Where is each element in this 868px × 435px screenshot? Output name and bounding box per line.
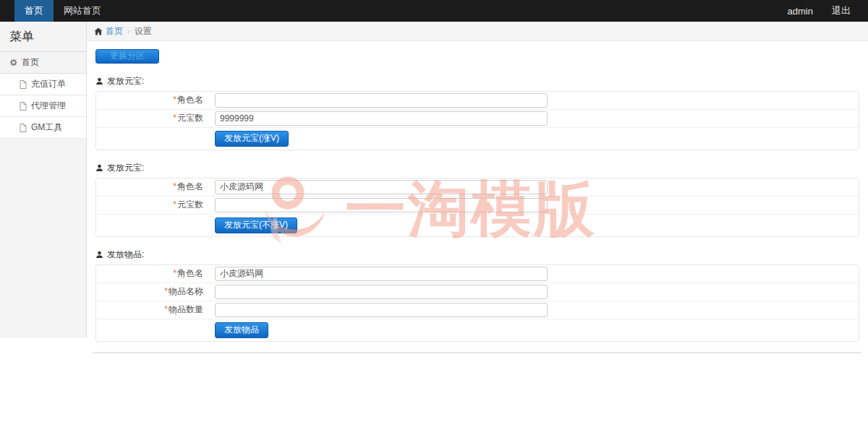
form-row: *元宝数: [96, 197, 859, 215]
section-header-grant-items: 发放物品:: [95, 249, 859, 261]
section-header-grant-yuanbao-1: 发放元宝:: [95, 75, 859, 87]
field-label: 角色名: [177, 95, 203, 105]
sidebar-item-label: 充值订单: [31, 78, 66, 90]
field-label: 物品数量: [169, 304, 203, 314]
logout-link[interactable]: 退出: [832, 4, 851, 17]
nav-spacer: [0, 0, 14, 22]
file-icon: [20, 102, 27, 111]
main-area: 首页 › 设置 更换分区 发放元宝: *角色名: [87, 22, 868, 353]
nav-username[interactable]: admin: [788, 6, 813, 17]
breadcrumb-current: 设置: [135, 25, 152, 38]
yuanbao-amount-input[interactable]: [215, 111, 548, 126]
required-marker: *: [173, 95, 176, 105]
home-icon: [94, 27, 103, 35]
sidebar-item-label: 代理管理: [31, 100, 66, 112]
breadcrumb: 首页 › 设置: [87, 22, 868, 41]
grant-yuanbao-vip-button[interactable]: 发放元宝(涨V): [215, 131, 289, 147]
required-marker: *: [164, 304, 168, 314]
sidebar: 菜单 首页 充值订单: [0, 22, 87, 337]
nav-tab-website-home[interactable]: 网站首页: [54, 0, 111, 22]
sidebar-item-home[interactable]: 首页: [0, 52, 86, 74]
gear-icon: [9, 59, 17, 66]
role-name-input[interactable]: [215, 180, 548, 194]
form-table-grant-yuanbao-2: *角色名 *元宝数 发放元宝(不涨V): [95, 178, 859, 237]
field-label: 元宝数: [177, 113, 203, 123]
form-row: *物品数量: [96, 301, 859, 319]
grant-yuanbao-novip-button[interactable]: 发放元宝(不涨V): [215, 218, 297, 233]
breadcrumb-separator: ›: [127, 27, 130, 35]
role-name-input[interactable]: [215, 93, 548, 108]
form-row: *角色名: [96, 178, 859, 197]
sidebar-title: 菜单: [0, 22, 86, 52]
required-marker: *: [173, 268, 176, 278]
bottom-divider: [93, 352, 861, 353]
form-row: 发放元宝(不涨V): [96, 215, 859, 236]
person-icon: [95, 251, 103, 259]
form-row: 发放物品: [96, 319, 859, 341]
content: 更换分区 发放元宝: *角色名 *元宝数: [87, 41, 868, 342]
required-marker: *: [173, 181, 176, 191]
breadcrumb-home-link[interactable]: 首页: [94, 25, 123, 38]
field-label: 元宝数: [177, 199, 203, 210]
required-marker: *: [164, 286, 168, 296]
sidebar-item-gm-tools[interactable]: GM工具: [0, 117, 86, 139]
form-row: *物品名称: [96, 283, 859, 301]
required-marker: *: [173, 113, 176, 123]
form-row: *角色名: [96, 265, 859, 283]
person-icon: [95, 164, 103, 172]
change-partition-button[interactable]: 更换分区: [95, 49, 159, 64]
role-name-input[interactable]: [215, 267, 548, 281]
nav-tab-home[interactable]: 首页: [14, 0, 54, 22]
field-label: 角色名: [177, 268, 203, 278]
form-row: *元宝数: [96, 110, 859, 128]
sidebar-item-recharge-orders[interactable]: 充值订单: [0, 74, 86, 95]
file-icon: [20, 124, 27, 132]
top-navbar: 首页 网站首页 admin 退出: [0, 0, 868, 22]
form-row: 发放元宝(涨V): [96, 128, 859, 150]
yuanbao-amount-input[interactable]: [215, 198, 548, 212]
item-quantity-input[interactable]: [215, 303, 548, 317]
person-icon: [95, 77, 103, 85]
grant-items-button[interactable]: 发放物品: [215, 322, 268, 338]
form-table-grant-items: *角色名 *物品名称 *物品数量 发放物品: [95, 264, 859, 342]
item-name-input[interactable]: [215, 285, 548, 299]
form-table-grant-yuanbao-1: *角色名 *元宝数 发放元宝(涨V): [95, 91, 859, 150]
section-header-grant-yuanbao-2: 发放元宝:: [95, 162, 859, 174]
form-row: *角色名: [96, 92, 859, 110]
sidebar-item-label: GM工具: [31, 121, 62, 134]
sidebar-item-agent-management[interactable]: 代理管理: [0, 95, 86, 117]
field-label: 物品名称: [169, 286, 203, 296]
sidebar-item-label: 首页: [22, 56, 39, 69]
required-marker: *: [173, 199, 176, 210]
file-icon: [20, 80, 27, 89]
nav-right-group: admin 退出: [788, 0, 868, 22]
field-label: 角色名: [177, 181, 203, 191]
